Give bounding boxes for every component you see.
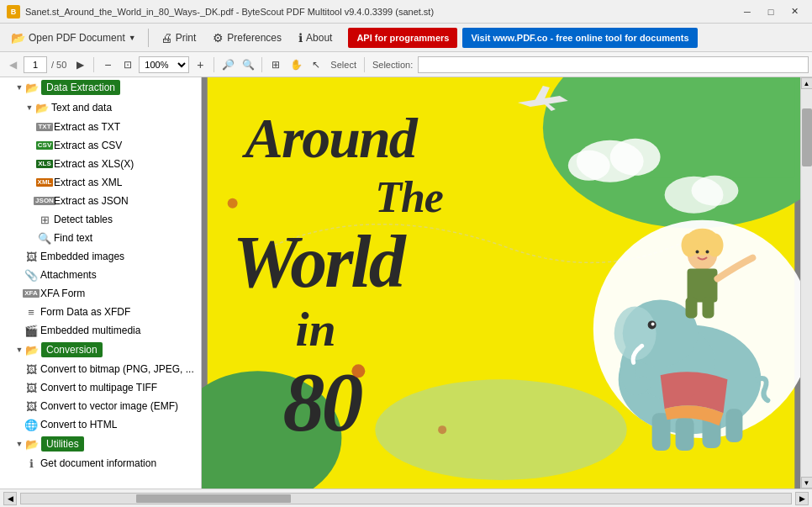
title-bar-left: B Sanet.st_Around_the_World_in_80_Ways-_… (7, 5, 434, 18)
svg-point-16 (651, 322, 655, 325)
svg-text:The: The (375, 173, 443, 221)
extract-xls-item[interactable]: XLS Extract as XLS(X) (0, 155, 201, 173)
expand-utilities-icon: ▼ (13, 438, 25, 450)
svg-rect-20 (725, 409, 742, 442)
extract-xml-label: Extract as XML (54, 177, 122, 188)
svg-point-37 (438, 425, 446, 434)
svg-rect-27 (703, 297, 714, 318)
gear-icon: ⚙ (213, 31, 224, 45)
zoom-select[interactable]: 100% 75% 50% 125% 150% (139, 56, 189, 73)
form-data-item[interactable]: ≡ Form Data as XFDF (0, 303, 201, 321)
open-pdf-button[interactable]: 📂 Open PDF Document ▼ (3, 27, 144, 49)
pdf-viewer[interactable]: Around The World in 80 (202, 77, 800, 489)
find-text-label: Find text (54, 232, 92, 244)
tiff-icon: 🖼 (24, 380, 39, 395)
extract-txt-item[interactable]: TXT Extract as TXT (0, 118, 201, 136)
svg-rect-26 (686, 297, 698, 318)
page-number-input[interactable] (24, 56, 47, 73)
horizontal-scrollbar[interactable] (20, 493, 792, 504)
print-button[interactable]: 🖨 Print (153, 27, 204, 49)
hand-button[interactable]: ✋ (287, 55, 305, 74)
page-total: / 50 (49, 60, 69, 70)
svg-point-36 (228, 198, 238, 209)
extract-csv-item[interactable]: CSV Extract as CSV (0, 136, 201, 155)
preferences-button[interactable]: ⚙ Preferences (205, 27, 289, 49)
embedded-multimedia-item[interactable]: 🎬 Embedded multimedia (0, 321, 201, 340)
find-text-item[interactable]: 🔍 Find text (0, 229, 201, 247)
sep-5 (364, 57, 365, 72)
search-next-button[interactable]: 🔍 (239, 55, 257, 74)
data-extraction-group[interactable]: ▼ 📂 Data Extraction (0, 77, 201, 98)
conversion-group[interactable]: ▼ 📂 Conversion (0, 340, 201, 360)
svg-point-24 (707, 234, 724, 257)
page-navigation: / 50 (24, 56, 69, 73)
about-button[interactable]: ℹ About (291, 27, 340, 49)
convert-bitmap-item[interactable]: 🖼 Convert to bitmap (PNG, JPEG, ... (0, 360, 201, 378)
svg-text:World: World (233, 221, 407, 303)
extract-xml-item[interactable]: XML Extract as XML (0, 173, 201, 192)
extract-csv-label: Extract as CSV (54, 140, 122, 151)
embedded-images-label: Embedded images (40, 251, 124, 262)
window-controls: ─ □ ✕ (736, 3, 805, 20)
embedded-images-item[interactable]: 🖼 Embedded images (0, 247, 201, 266)
xfa-form-item[interactable]: XFA XFA Form (0, 284, 201, 303)
xml-icon: XML (37, 175, 52, 190)
zoom-out-button[interactable]: − (98, 55, 117, 74)
svg-text:Around: Around (242, 107, 419, 170)
convert-tiff-label: Convert to multipage TIFF (40, 382, 157, 393)
convert-emf-label: Convert to vector image (EMF) (40, 400, 178, 412)
api-button[interactable]: API for programmers (348, 28, 457, 48)
select-all-button[interactable]: ⊞ (266, 55, 285, 74)
close-button[interactable]: ✕ (783, 3, 805, 20)
scroll-left-button[interactable]: ◀ (3, 492, 17, 505)
attachments-label: Attachments (40, 269, 97, 281)
convert-bitmap-label: Convert to bitmap (PNG, JPEG, ... (40, 363, 194, 375)
minimize-button[interactable]: ─ (736, 3, 758, 20)
xfa-form-label: XFA Form (40, 288, 85, 299)
scroll-right-button[interactable]: ▶ (795, 492, 809, 505)
expand-icon-2: ▼ (24, 102, 35, 114)
visit-button[interactable]: Visit www.PDF.co - free online tool for … (462, 28, 697, 48)
next-page-button[interactable]: ▶ (71, 55, 89, 74)
doc-info-icon: ℹ (24, 456, 39, 471)
scroll-thumb[interactable] (802, 108, 812, 166)
window-title: Sanet.st_Around_the_World_in_80_Ways-_DK… (25, 7, 434, 17)
table-icon: ⊞ (37, 212, 52, 227)
detect-tables-item[interactable]: ⊞ Detect tables (0, 210, 201, 229)
print-label: Print (176, 32, 197, 44)
expand-conversion-icon: ▼ (13, 344, 25, 356)
json-icon: JSON (37, 193, 52, 209)
svg-rect-18 (676, 417, 694, 451)
xfa-icon: XFA (24, 286, 39, 301)
extract-json-item[interactable]: JSON Extract as JSON (0, 192, 201, 210)
sep-2 (93, 57, 94, 72)
form-data-icon: ≡ (24, 304, 39, 320)
scroll-track[interactable] (801, 89, 813, 477)
zoom-fit-button[interactable]: ⊡ (119, 55, 137, 74)
folder-conversion-icon: 📂 (25, 343, 39, 356)
arrow-button[interactable]: ↖ (307, 55, 325, 74)
convert-html-item[interactable]: 🌐 Convert to HTML (0, 415, 201, 434)
convert-emf-item[interactable]: 🖼 Convert to vector image (EMF) (0, 397, 201, 415)
svg-point-6 (610, 139, 661, 176)
attachments-item[interactable]: 📎 Attachments (0, 266, 201, 284)
search-button[interactable]: 🔎 (219, 55, 237, 74)
book-illustration-svg: Around The World in 80 (202, 77, 800, 489)
utilities-group[interactable]: ▼ 📂 Utilities (0, 434, 201, 454)
zoom-in-button[interactable]: + (191, 55, 209, 74)
folder-open-icon-2: 📂 (35, 101, 49, 114)
scroll-up-button[interactable]: ▲ (801, 77, 813, 89)
vertical-scrollbar[interactable]: ▲ ▼ (800, 77, 812, 489)
scroll-down-button[interactable]: ▼ (801, 477, 813, 489)
sidebar: ▼ 📂 Data Extraction ▼ 📂 Text and data TX… (0, 77, 202, 489)
maximize-button[interactable]: □ (760, 3, 782, 20)
sep-3 (214, 57, 214, 72)
attachments-icon: 📎 (24, 267, 39, 283)
get-doc-info-item[interactable]: ℹ Get document information (0, 454, 201, 473)
convert-tiff-item[interactable]: 🖼 Convert to multipage TIFF (0, 378, 201, 397)
text-and-data-group[interactable]: ▼ 📂 Text and data (0, 98, 201, 118)
sep-4 (261, 57, 262, 72)
pdf-canvas: Around The World in 80 (202, 77, 800, 489)
prev-page-button[interactable]: ◀ (3, 55, 22, 74)
selection-input[interactable] (418, 56, 809, 73)
